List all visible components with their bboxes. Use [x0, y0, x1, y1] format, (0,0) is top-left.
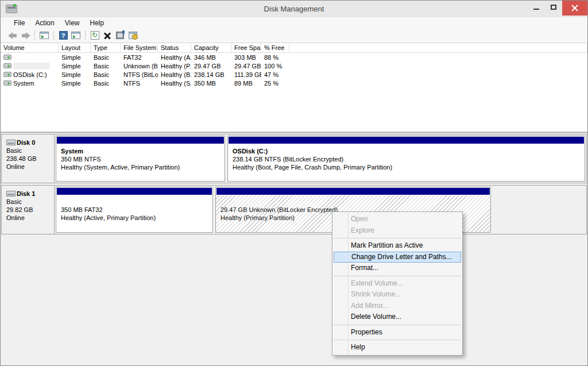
volume-fs: NTFS (BitLo...: [121, 71, 158, 78]
menu-file[interactable]: File: [9, 18, 30, 28]
forward-button[interactable]: [19, 29, 32, 42]
volume-pctfree: 100 %: [261, 63, 289, 70]
menu-item-explore[interactable]: Explore: [332, 225, 462, 237]
menu-item-mark-partition-active[interactable]: Mark Partition as Active: [332, 240, 462, 252]
partition-system[interactable]: System 350 MB NTFS Healthy (System, Acti…: [56, 136, 225, 182]
partition-title: System: [61, 147, 222, 155]
toolbar-separator: [85, 30, 86, 40]
volume-table-header: Volume Layout Type File System Status Ca…: [1, 43, 587, 53]
partition-fat32[interactable]: 350 MB FAT32 Healthy (Active, Primary Pa…: [56, 187, 213, 233]
window-title: Disk Management: [1, 5, 587, 13]
delete-button[interactable]: [101, 29, 114, 42]
volume-fs: FAT32: [121, 54, 158, 61]
menu-separator: [334, 276, 461, 276]
menu-item-extend-volume[interactable]: Extend Volume...: [332, 278, 462, 290]
volume-status: Healthy (P...: [158, 63, 191, 70]
back-button[interactable]: [6, 29, 19, 42]
table-row[interactable]: Simple Basic FAT32 Healthy (A... 346 MB …: [1, 53, 587, 61]
col-type[interactable]: Type: [91, 43, 121, 53]
volume-name: OSDisk (C:): [13, 71, 47, 78]
col-layout[interactable]: Layout: [59, 43, 91, 53]
volume-free: 303 MB: [231, 54, 261, 61]
console-tree-icon: [40, 32, 49, 39]
volume-icon: [3, 72, 11, 77]
col-status[interactable]: Status: [158, 43, 191, 53]
volume-type: Basic: [91, 71, 121, 78]
volume-free: 111.39 GB: [231, 71, 261, 78]
volume-type: Basic: [91, 54, 121, 61]
col-pctfree[interactable]: % Free: [261, 43, 289, 53]
disk-size: 238.48 GB: [6, 155, 54, 163]
volume-capacity: 238.14 GB: [191, 71, 231, 78]
disk-name: Disk 0: [17, 138, 35, 147]
minimize-button[interactable]: [528, 1, 545, 14]
col-volume[interactable]: Volume: [1, 43, 59, 53]
refresh-button[interactable]: ↻: [88, 29, 101, 42]
settings-button[interactable]: [126, 29, 139, 42]
volume-status: Healthy (S...: [158, 80, 191, 87]
partition-size-fs: 238.14 GB NTFS (BitLocker Encrypted): [233, 155, 582, 163]
menu-item-add-mirror[interactable]: Add Mirror...: [332, 300, 462, 312]
volume-icon: [3, 63, 11, 68]
partition-color-bar: [229, 137, 584, 144]
menu-item-open[interactable]: Open: [332, 214, 462, 225]
disk-row-1: Disk 1 Basic 29.82 GB Online 350 MB FAT3…: [1, 185, 587, 234]
table-row[interactable]: OSDisk (C:) Simple Basic NTFS (BitLo... …: [1, 70, 587, 79]
disk0-label[interactable]: Disk 0 Basic 238.48 GB Online: [2, 134, 55, 183]
menu-action[interactable]: Action: [30, 18, 59, 28]
menu-item-help[interactable]: Help: [332, 342, 462, 353]
disk-name: Disk 1: [17, 190, 35, 198]
properties-icon: [116, 32, 124, 39]
volume-list: Volume Layout Type File System Status Ca…: [1, 43, 587, 132]
menu-item-change-drive-letter[interactable]: Change Drive Letter and Paths...: [334, 252, 461, 263]
volume-pctfree: 25 %: [261, 80, 289, 87]
partition-title: OSDisk (C:): [233, 147, 582, 155]
delete-icon: [104, 32, 111, 39]
volume-type: Basic: [91, 80, 121, 87]
table-row[interactable]: System Simple Basic NTFS Healthy (S... 3…: [1, 79, 587, 87]
partition-status: Healthy (Active, Primary Partition): [61, 214, 210, 222]
partition-color-bar: [57, 137, 224, 144]
partition-status: Healthy (System, Active, Primary Partiti…: [61, 163, 222, 171]
menu-help[interactable]: Help: [85, 18, 110, 28]
volume-capacity: 350 MB: [191, 80, 231, 87]
console-tree-button[interactable]: [38, 29, 51, 42]
menu-separator: [334, 238, 461, 238]
volume-pctfree: 88 %: [261, 54, 289, 61]
volume-layout: Simple: [59, 63, 91, 70]
menu-item-format[interactable]: Format...: [332, 263, 462, 274]
col-freespace[interactable]: Free Spa...: [231, 43, 261, 53]
titlebar[interactable]: Disk Management: [1, 1, 587, 17]
menu-item-shrink-volume[interactable]: Shrink Volume...: [332, 289, 462, 300]
volume-icon: [3, 80, 11, 86]
toolbar-separator: [53, 30, 54, 40]
menu-item-properties[interactable]: Properties: [332, 327, 462, 338]
maximize-icon: [551, 5, 556, 10]
toolbar-separator: [34, 30, 35, 40]
action-pane-button[interactable]: [69, 29, 82, 42]
volume-status: Healthy (B...: [158, 71, 191, 78]
volume-name-blurred: [13, 63, 50, 70]
forward-icon: [21, 32, 30, 39]
action-pane-icon: [71, 32, 80, 39]
col-capacity[interactable]: Capacity: [191, 43, 231, 53]
volume-fs: NTFS: [121, 80, 158, 87]
partition-osdisk[interactable]: OSDisk (C:) 238.14 GB NTFS (BitLocker En…: [227, 136, 585, 182]
volume-free: 29.47 GB: [231, 63, 261, 70]
menu-view[interactable]: View: [60, 18, 85, 28]
disk-icon: [6, 191, 16, 197]
table-row[interactable]: Simple Basic Unknown (B... Healthy (P...…: [1, 61, 587, 70]
menu-item-delete-volume[interactable]: Delete Volume...: [332, 311, 462, 323]
close-button[interactable]: [562, 1, 587, 16]
partition-size-fs: 350 MB FAT32: [61, 206, 210, 214]
partition-color-bar: [216, 188, 490, 195]
help-button[interactable]: ?: [57, 29, 69, 42]
menu-separator: [334, 325, 461, 325]
disk1-label[interactable]: Disk 1 Basic 29.82 GB Online: [2, 186, 55, 234]
maximize-button[interactable]: [545, 1, 562, 14]
properties-button[interactable]: [114, 29, 126, 42]
partition-size-fs: 350 MB NTFS: [61, 155, 222, 163]
col-filesystem[interactable]: File System: [121, 43, 158, 53]
refresh-icon: ↻: [91, 31, 99, 40]
volume-status: Healthy (A...: [158, 54, 191, 61]
